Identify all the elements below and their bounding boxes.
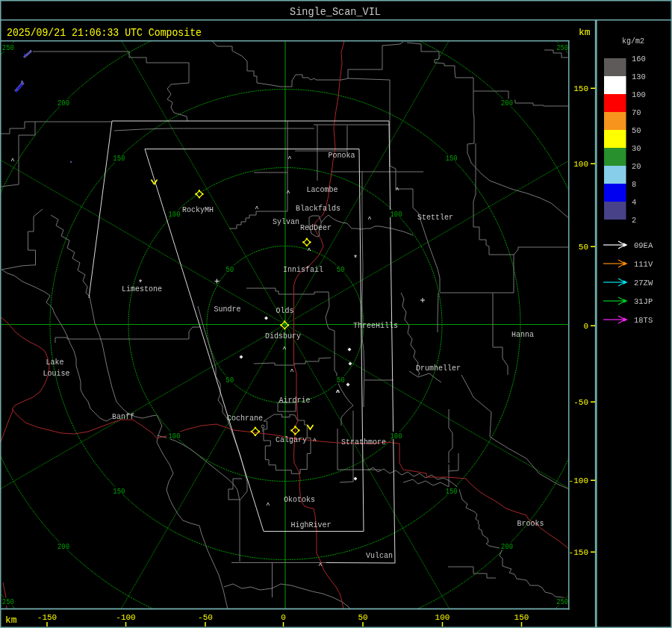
svg-text:^: ^ xyxy=(266,502,270,509)
svg-text:RockyMH: RockyMH xyxy=(182,205,214,214)
svg-text:Ponoka: Ponoka xyxy=(329,151,355,160)
svg-text:^: ^ xyxy=(335,389,339,397)
svg-text:50: 50 xyxy=(225,266,234,274)
svg-text:50: 50 xyxy=(579,243,588,252)
svg-text:-100: -100 xyxy=(569,476,588,485)
svg-text:Stettler: Stettler xyxy=(417,213,453,222)
svg-text:50: 50 xyxy=(358,613,367,622)
svg-text:Blackfalds: Blackfalds xyxy=(296,204,340,213)
svg-text:100: 100 xyxy=(169,211,181,219)
svg-text:2: 2 xyxy=(632,216,636,225)
svg-text:20: 20 xyxy=(632,162,641,171)
svg-text:150: 150 xyxy=(514,613,529,622)
svg-text:RedDeer: RedDeer xyxy=(300,223,332,232)
svg-text:150: 150 xyxy=(446,488,458,496)
svg-text:130: 130 xyxy=(632,72,646,81)
svg-text:kg/m2: kg/m2 xyxy=(622,37,644,46)
svg-text:30: 30 xyxy=(632,144,641,153)
svg-text:100: 100 xyxy=(632,90,646,99)
svg-text:^: ^ xyxy=(10,158,14,165)
svg-text:100: 100 xyxy=(391,432,402,441)
svg-text:^: ^ xyxy=(282,346,286,353)
svg-text:0: 0 xyxy=(583,322,588,331)
svg-text:200: 200 xyxy=(57,543,69,551)
svg-text:Okotoks: Okotoks xyxy=(284,495,315,504)
svg-text:^: ^ xyxy=(290,368,293,376)
svg-text:160: 160 xyxy=(632,55,646,63)
svg-text:250: 250 xyxy=(556,44,568,52)
svg-text:^: ^ xyxy=(313,438,317,445)
svg-text:km: km xyxy=(579,27,591,38)
svg-text:27ZW: 27ZW xyxy=(634,279,653,287)
svg-text:111V: 111V xyxy=(634,260,653,269)
svg-text:250: 250 xyxy=(2,598,14,606)
svg-text:50: 50 xyxy=(225,376,234,385)
svg-text:Didsbury: Didsbury xyxy=(265,332,301,341)
svg-text:Sundre: Sundre xyxy=(214,305,241,314)
svg-text:8: 8 xyxy=(632,180,636,189)
svg-text:150: 150 xyxy=(113,488,125,496)
svg-text:50: 50 xyxy=(337,376,345,385)
svg-text:150: 150 xyxy=(573,84,588,93)
svg-text:ThreeHills: ThreeHills xyxy=(353,321,398,330)
svg-text:250: 250 xyxy=(2,44,14,52)
svg-text:^: ^ xyxy=(307,247,311,255)
svg-text:50: 50 xyxy=(337,266,345,274)
svg-text:HighRiver: HighRiver xyxy=(291,520,332,529)
svg-text:100: 100 xyxy=(573,160,588,169)
svg-text:Brooks: Brooks xyxy=(517,519,544,528)
svg-text:Innisfail: Innisfail xyxy=(283,265,323,274)
svg-text:31JP: 31JP xyxy=(634,297,653,306)
svg-text:Cochrane: Cochrane xyxy=(227,414,263,423)
svg-text:^: ^ xyxy=(287,155,291,163)
svg-text:-50: -50 xyxy=(198,613,213,622)
svg-text:Drumheller: Drumheller xyxy=(416,364,461,373)
svg-text:Lake: Lake xyxy=(46,358,64,367)
svg-text:Hanna: Hanna xyxy=(511,330,534,339)
svg-text:-150: -150 xyxy=(37,613,57,622)
svg-text:Olds: Olds xyxy=(276,306,294,315)
svg-text:70: 70 xyxy=(632,108,641,117)
svg-text:^: ^ xyxy=(286,190,290,197)
svg-text:0: 0 xyxy=(281,613,286,622)
svg-text:-150: -150 xyxy=(569,548,588,557)
svg-text:Single_Scan_VIL: Single_Scan_VIL xyxy=(290,6,381,19)
svg-text:100: 100 xyxy=(435,613,450,622)
svg-text:*: * xyxy=(353,254,358,263)
svg-text:2025/09/21 21:06:33 UTC Compos: 2025/09/21 21:06:33 UTC Composite xyxy=(7,27,202,40)
svg-text:200: 200 xyxy=(501,543,513,551)
svg-text:150: 150 xyxy=(113,155,125,163)
svg-text:^: ^ xyxy=(367,216,371,223)
svg-text:50: 50 xyxy=(632,126,641,135)
svg-text:Louise: Louise xyxy=(43,369,70,378)
svg-text:200: 200 xyxy=(501,99,513,108)
svg-text:18TS: 18TS xyxy=(634,316,653,325)
svg-text:Vulcan: Vulcan xyxy=(366,551,393,560)
svg-text:100: 100 xyxy=(169,432,181,441)
svg-text:Calgary: Calgary xyxy=(276,435,307,444)
svg-text:^: ^ xyxy=(395,187,399,194)
svg-text:Lacombe: Lacombe xyxy=(307,185,338,194)
svg-text:200: 200 xyxy=(57,99,69,108)
svg-text:^: ^ xyxy=(255,205,258,213)
svg-text:-50: -50 xyxy=(573,398,588,407)
svg-text:09EA: 09EA xyxy=(634,241,653,250)
svg-text:150: 150 xyxy=(446,155,458,163)
svg-text:Airdrie: Airdrie xyxy=(279,396,311,405)
svg-text:^: ^ xyxy=(318,562,322,570)
svg-text:*: * xyxy=(138,279,143,287)
svg-text:Banff: Banff xyxy=(112,412,134,421)
svg-text:100: 100 xyxy=(391,211,402,219)
svg-text:-100: -100 xyxy=(116,613,135,622)
svg-text:km: km xyxy=(5,615,17,626)
svg-text:250: 250 xyxy=(556,598,568,606)
svg-text:Strathmore: Strathmore xyxy=(341,438,386,447)
svg-text:Sylvan: Sylvan xyxy=(273,217,299,226)
svg-text:4: 4 xyxy=(632,198,636,207)
